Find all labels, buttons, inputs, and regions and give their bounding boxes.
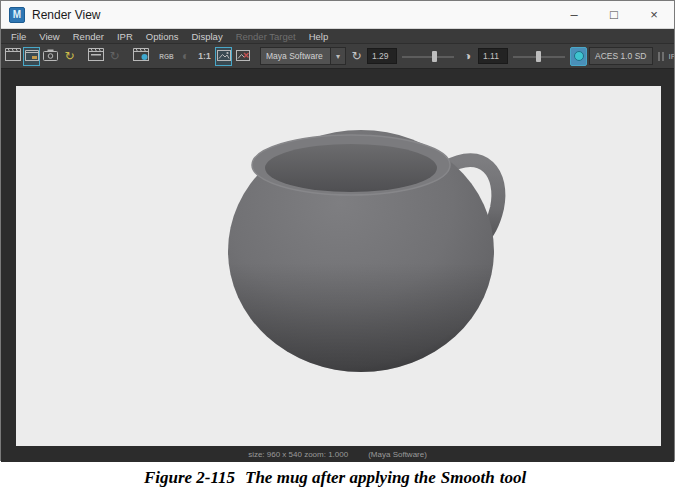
display-real-size-button[interactable]: 1:1 (196, 47, 213, 66)
gamma-slider-handle[interactable] (536, 51, 541, 62)
camera-icon (43, 47, 58, 65)
menu-ipr[interactable]: IPR (117, 31, 133, 42)
figure-caption: Figure 2-115 The mug after applying the … (0, 461, 675, 495)
renderer-dropdown-value: Maya Software (261, 51, 330, 61)
color-management-sphere-icon (574, 51, 584, 61)
ipr-update-shading-button[interactable] (132, 47, 149, 66)
render-current-frame-button[interactable] (4, 47, 21, 66)
refresh-ipr-region-button: ↻ (106, 47, 123, 66)
render-canvas[interactable] (16, 86, 661, 446)
status-bar: size: 960 x 540 zoom: 1.000 (Maya Softwa… (1, 447, 674, 461)
one-to-one-icon: 1:1 (198, 51, 210, 61)
renderer-dropdown[interactable]: Maya Software ▾ (260, 47, 346, 65)
exposure-slider-handle[interactable] (432, 51, 437, 62)
render-view-toolbar: ↻ ↻ RGB ◐ 1:1 (1, 43, 674, 69)
exposure-slider[interactable] (402, 51, 454, 62)
ipr-update-clapperboard-icon (133, 47, 149, 65)
contrast-button[interactable]: ◑ (459, 47, 476, 66)
rgb-channels-button[interactable]: RGB (158, 47, 175, 66)
menu-view[interactable]: View (39, 31, 59, 42)
menu-file[interactable]: File (11, 31, 26, 42)
render-refresh-icon: ↻ (351, 50, 361, 62)
menu-display[interactable]: Display (192, 31, 223, 42)
figure-keyword: Smooth (441, 468, 495, 488)
image-icon (217, 47, 231, 65)
refresh-ipr-icon: ↻ (109, 50, 119, 62)
clapperboard-icon (5, 47, 21, 65)
render-refresh-button[interactable]: ↻ (348, 47, 365, 66)
render-view-window: M Render View – □ × File View Render IPR… (0, 0, 675, 461)
figure-number: Figure 2-115 (144, 468, 235, 488)
menu-render-target: Render Target (236, 31, 296, 42)
menu-options[interactable]: Options (146, 31, 179, 42)
window-title: Render View (32, 8, 554, 22)
snapshot-button[interactable] (42, 47, 59, 66)
rgb-channels-icon: RGB (159, 53, 173, 60)
chevron-down-icon: ▾ (330, 48, 345, 64)
exposure-field[interactable]: 1.29 (367, 48, 397, 64)
renderer-name-text: (Maya Software) (368, 450, 427, 459)
minimize-button[interactable]: – (554, 1, 594, 28)
figure-text-post: tool (500, 468, 526, 488)
alpha-channel-icon: ◐ (182, 50, 189, 62)
redo-previous-render-button[interactable]: ↻ (61, 47, 78, 66)
mug-interior (265, 144, 437, 192)
gamma-slider[interactable] (513, 51, 565, 62)
render-viewport-frame: size: 960 x 540 zoom: 1.000 (Maya Softwa… (1, 69, 674, 462)
ipr-render-button[interactable] (87, 47, 104, 66)
window-controls: – □ × (554, 1, 674, 28)
maximize-button[interactable]: □ (594, 1, 634, 28)
frame-image-button[interactable] (215, 47, 232, 66)
gamma-field[interactable]: 1.11 (478, 48, 508, 64)
maya-app-icon: M (9, 7, 25, 23)
menu-help[interactable]: Help (309, 31, 329, 42)
ipr-memory-label: IPR: 0MB (669, 52, 675, 61)
pause-ipr-icon (658, 52, 664, 61)
render-size-text: size: 960 x 540 zoom: 1.000 (248, 450, 348, 459)
ipr-clapperboard-icon (88, 47, 104, 65)
menu-render[interactable]: Render (73, 31, 104, 42)
remove-image-icon (236, 47, 250, 65)
color-management-toggle[interactable] (570, 47, 587, 66)
figure-text-pre: The mug after applying the (245, 468, 436, 488)
close-button[interactable]: × (634, 1, 674, 28)
redo-render-icon: ↻ (64, 50, 74, 62)
clapperboard-region-icon (25, 47, 39, 65)
title-bar: M Render View – □ × (1, 1, 674, 29)
menu-bar: File View Render IPR Options Display Ren… (1, 29, 674, 43)
color-transform-label[interactable]: ACES 1.0 SD (589, 47, 653, 65)
mug-render-image (16, 86, 661, 446)
exposure-slider-track (402, 56, 454, 58)
remove-image-button[interactable] (234, 47, 251, 66)
render-region-button[interactable] (23, 47, 40, 66)
contrast-icon: ◑ (464, 50, 471, 62)
alpha-channel-button: ◐ (177, 47, 194, 66)
